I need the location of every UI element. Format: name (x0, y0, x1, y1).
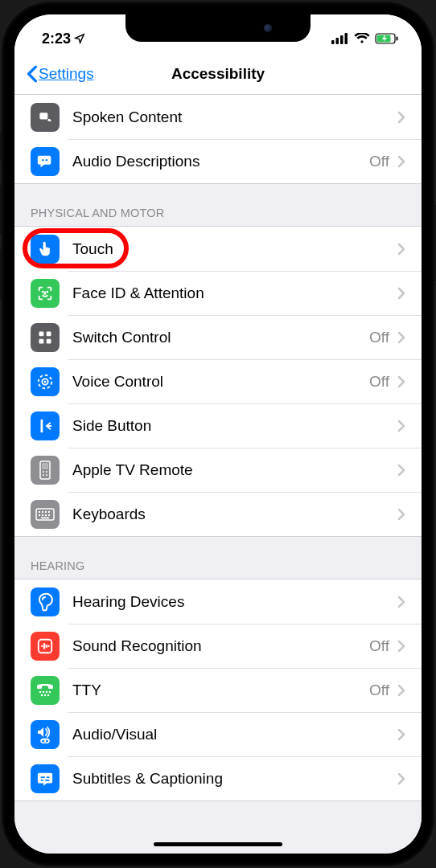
svg-point-9 (50, 120, 51, 121)
svg-rect-33 (39, 514, 40, 516)
chevron-right-icon (397, 508, 405, 521)
row-audio-visual[interactable]: Audio/Visual (14, 712, 422, 756)
row-spoken-content[interactable]: Spoken Content (14, 95, 422, 139)
ear-icon (31, 588, 60, 616)
row-label: Sound Recognition (72, 637, 369, 655)
row-voice-control[interactable]: Voice Control Off (14, 359, 422, 403)
row-switch-control[interactable]: Switch Control Off (14, 315, 422, 359)
chevron-right-icon (397, 596, 405, 608)
row-value: Off (369, 373, 389, 391)
row-label: TTY (72, 682, 369, 699)
row-keyboards[interactable]: Keyboards (14, 492, 422, 536)
page-title: Accessibility (171, 65, 265, 83)
back-button[interactable]: Settings (26, 65, 94, 83)
row-label: Touch (72, 240, 397, 258)
svg-rect-6 (397, 37, 398, 41)
row-label: Spoken Content (72, 108, 397, 126)
svg-point-26 (43, 474, 44, 476)
svg-rect-31 (45, 511, 47, 513)
chevron-right-icon (397, 728, 405, 741)
svg-rect-35 (45, 514, 47, 516)
svg-rect-16 (39, 338, 44, 343)
row-label: Voice Control (72, 373, 369, 391)
svg-point-11 (46, 158, 47, 160)
chevron-right-icon (397, 772, 405, 785)
notch (125, 14, 311, 42)
home-indicator[interactable] (154, 842, 282, 846)
svg-rect-50 (41, 779, 44, 780)
row-label: Face ID & Attention (72, 285, 397, 302)
row-label: Hearing Devices (72, 593, 397, 611)
chevron-right-icon (397, 287, 405, 300)
status-time: 2:23 (42, 31, 85, 47)
chevron-left-icon (26, 65, 39, 83)
row-label: Audio/Visual (72, 726, 397, 743)
svg-rect-14 (39, 331, 44, 336)
svg-rect-17 (47, 338, 51, 343)
row-faceid[interactable]: Face ID & Attention (14, 271, 422, 315)
row-label: Apple TV Remote (72, 461, 397, 479)
row-subtitles[interactable]: Subtitles & Captioning (14, 756, 422, 800)
svg-point-10 (42, 158, 43, 160)
chevron-right-icon (397, 464, 405, 477)
row-side-button[interactable]: Side Button (14, 403, 422, 448)
phone-frame: 2:23 Settings Accessibility (0, 0, 436, 868)
row-sound-recognition[interactable]: Sound Recognition Off (14, 624, 422, 668)
svg-point-47 (44, 739, 47, 742)
svg-point-43 (41, 694, 43, 695)
chevron-right-icon (397, 375, 405, 388)
row-label: Side Button (72, 417, 397, 435)
row-audio-descriptions[interactable]: Audio Descriptions Off (14, 139, 422, 183)
subtitles-icon (31, 764, 60, 793)
back-label: Settings (39, 65, 94, 83)
section-header-physical: PHYSICAL AND MOTOR (14, 184, 422, 226)
svg-rect-7 (39, 113, 47, 119)
descriptions-icon (31, 147, 60, 176)
svg-rect-32 (48, 511, 50, 513)
chevron-right-icon (397, 111, 405, 124)
svg-rect-49 (47, 776, 50, 778)
tty-icon (31, 676, 60, 705)
section-2-list: Hearing Devices Sound Recognition Off TT… (14, 579, 422, 801)
row-appletv-remote[interactable]: Apple TV Remote (14, 448, 422, 492)
svg-point-20 (44, 380, 47, 383)
row-value: Off (369, 637, 389, 655)
chevron-right-icon (397, 640, 405, 653)
row-hearing-devices[interactable]: Hearing Devices (14, 579, 422, 624)
keyboard-icon (31, 500, 60, 529)
svg-point-25 (46, 471, 47, 473)
svg-point-41 (46, 690, 47, 692)
svg-point-45 (47, 694, 49, 695)
voice-icon (31, 367, 60, 396)
chevron-right-icon (397, 243, 405, 256)
location-icon (74, 33, 85, 44)
chevron-right-icon (397, 684, 405, 697)
switch-icon (31, 323, 60, 352)
svg-rect-48 (41, 776, 45, 778)
speaker-icon (31, 103, 60, 132)
chevron-right-icon (397, 331, 405, 344)
svg-point-42 (49, 690, 51, 692)
svg-rect-37 (41, 517, 49, 518)
content-scroll[interactable]: Spoken Content Audio Descriptions Off PH… (14, 95, 422, 854)
row-value: Off (369, 329, 389, 346)
row-touch[interactable]: Touch (14, 227, 422, 271)
row-value: Off (369, 682, 389, 699)
svg-rect-29 (39, 511, 40, 513)
svg-rect-36 (48, 514, 50, 516)
svg-point-12 (43, 291, 43, 292)
svg-point-27 (46, 474, 47, 476)
time-label: 2:23 (42, 31, 71, 47)
row-label: Keyboards (72, 506, 397, 523)
chevron-right-icon (397, 420, 405, 432)
sound-icon (31, 632, 60, 661)
front-camera (264, 24, 272, 32)
svg-point-13 (47, 291, 47, 292)
svg-rect-2 (340, 35, 343, 44)
svg-point-44 (44, 694, 46, 695)
row-value: Off (369, 153, 389, 170)
chevron-right-icon (397, 155, 405, 168)
audiovis-icon (31, 720, 60, 749)
wifi-icon (354, 33, 370, 44)
row-tty[interactable]: TTY Off (14, 668, 422, 712)
